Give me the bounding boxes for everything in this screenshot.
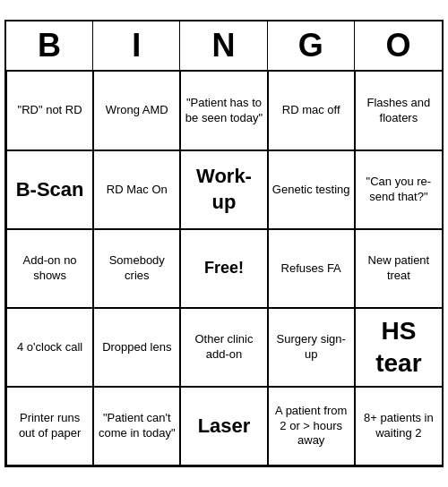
bingo-cell-11: Somebody cries <box>93 229 180 308</box>
bingo-cell-19: HS tear <box>355 308 442 387</box>
bingo-grid: "RD" not RDWrong AMD"Patient has to be s… <box>6 72 442 466</box>
bingo-cell-15: 4 o'clock call <box>6 308 93 387</box>
bingo-cell-17: Other clinic add-on <box>180 308 267 387</box>
bingo-cell-22: Laser <box>180 387 267 466</box>
bingo-cell-12: Free! <box>180 229 267 308</box>
bingo-cell-16: Dropped lens <box>93 308 180 387</box>
bingo-cell-5: B-Scan <box>6 150 93 229</box>
bingo-cell-14: New patient treat <box>355 229 442 308</box>
header-letter: I <box>93 21 180 70</box>
bingo-cell-0: "RD" not RD <box>6 72 93 150</box>
bingo-header: BINGO <box>6 21 442 72</box>
bingo-card: BINGO "RD" not RDWrong AMD"Patient has t… <box>4 20 444 467</box>
bingo-cell-7: Work-up <box>180 150 267 229</box>
bingo-cell-10: Add-on no shows <box>6 229 93 308</box>
bingo-cell-24: 8+ patients in waiting 2 <box>355 387 442 466</box>
bingo-cell-6: RD Mac On <box>93 150 180 229</box>
bingo-cell-9: "Can you re-send that?" <box>355 150 442 229</box>
bingo-cell-1: Wrong AMD <box>93 72 180 150</box>
bingo-cell-4: Flashes and floaters <box>355 72 442 150</box>
bingo-cell-3: RD mac off <box>268 72 355 150</box>
bingo-cell-13: Refuses FA <box>268 229 355 308</box>
bingo-cell-2: "Patient has to be seen today" <box>180 72 267 150</box>
bingo-cell-23: A patient from 2 or > hours away <box>268 387 355 466</box>
bingo-cell-21: "Patient can't come in today" <box>93 387 180 466</box>
bingo-cell-20: Printer runs out of paper <box>6 387 93 466</box>
header-letter: G <box>268 21 355 70</box>
bingo-cell-18: Surgery sign-up <box>268 308 355 387</box>
header-letter: O <box>355 21 442 70</box>
header-letter: B <box>6 21 93 70</box>
header-letter: N <box>180 21 267 70</box>
bingo-cell-8: Genetic testing <box>268 150 355 229</box>
